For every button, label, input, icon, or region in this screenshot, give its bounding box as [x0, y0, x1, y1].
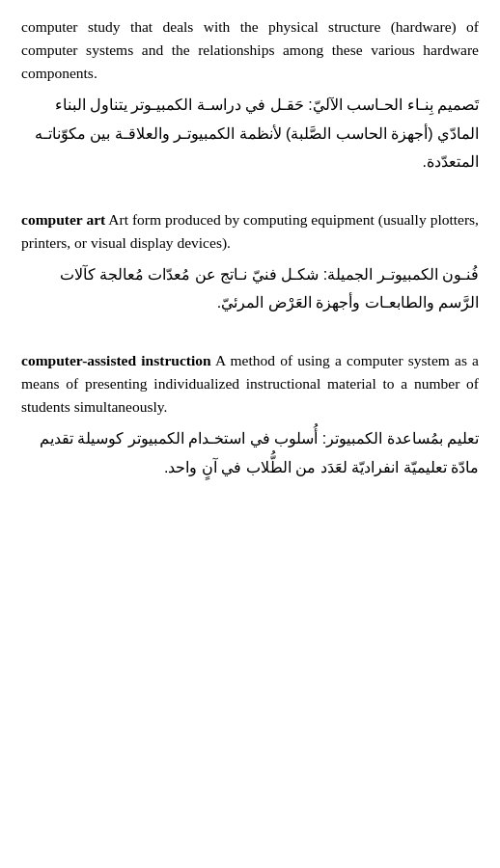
entry-english-text: computer art Art form produced by comput…	[21, 208, 479, 255]
entry-computer-assisted-instruction: computer-assisted instruction A method o…	[21, 349, 479, 481]
entry-term: computer art	[21, 211, 105, 228]
entry-divider	[21, 335, 479, 336]
entry-english-text: computer study that deals with the physi…	[21, 15, 479, 85]
entry-divider	[21, 194, 479, 195]
entry-arabic-text: تعليم بمُساعدة الكمبيوتر: أُسلوب في استخ…	[21, 424, 479, 481]
entry-english-text: computer-assisted instruction A method o…	[21, 349, 479, 419]
entry-arabic-text: فُنـون الكمبيوتـر الجميلة: شكـل فنيّ نـا…	[21, 260, 479, 317]
entry-arabic-text: تَصميم بِنـاء الحـاسب الآليّ: حَقـل في د…	[21, 91, 479, 176]
entry-computer-architecture: computer study that deals with the physi…	[21, 15, 479, 176]
entry-computer-art: computer art Art form produced by comput…	[21, 208, 479, 317]
entry-term: computer-assisted instruction	[21, 352, 211, 368]
